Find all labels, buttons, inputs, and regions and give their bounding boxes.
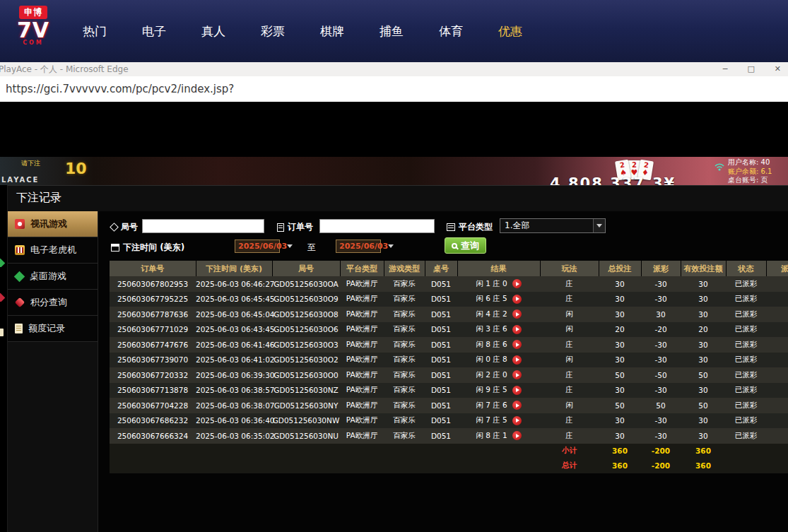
platform-type-select[interactable]: 1.全部 [500, 218, 606, 233]
replay-play-icon[interactable] [512, 416, 522, 425]
sidebar-item[interactable]: 电子老虎机 [8, 237, 98, 264]
result-wrap: 闲 7 庄 5 [457, 415, 540, 425]
maximize-button[interactable]: □ [747, 62, 754, 76]
subtotal-row-total-bet: 360 [599, 444, 641, 459]
column-header: 下注时间 (美东) [196, 261, 272, 276]
user-info-line: 用户名称: 40 [728, 158, 772, 167]
result-score: 闲 9 庄 5 [476, 385, 507, 395]
payout-cell: -20 [641, 322, 681, 338]
sidebar-item[interactable]: 积分查询 [8, 290, 98, 316]
platform-type-label: 平台类型 [447, 221, 493, 233]
table-row: 2506030676862322025-06-03 06:36:40GD0512… [110, 413, 788, 429]
table-row: 2506030677390702025-06-03 06:41:02GD0512… [110, 353, 788, 368]
game-type-cell: 百家乐 [384, 276, 425, 292]
payout-cell: -30 [641, 383, 681, 398]
nav-item-1[interactable]: 热门 [65, 23, 124, 40]
table-row: 2506030677876362025-06-03 06:45:04GD0512… [110, 307, 788, 322]
play-cell: 庄 [540, 337, 599, 353]
replay-play-icon[interactable] [512, 386, 522, 395]
result-score: 闲 7 庄 5 [476, 415, 507, 425]
nav-item-7[interactable]: 体育 [421, 23, 481, 40]
payout-time-cell [766, 337, 788, 353]
records-content: 局号 订单号 平台类型 1.全部 [98, 211, 788, 532]
table-no-cell: D051 [425, 307, 457, 322]
user-info-line: 桌台账号: 页 [728, 176, 772, 185]
replay-play-icon[interactable] [512, 340, 522, 349]
nav-item-8[interactable]: 优惠 [481, 23, 540, 40]
payout-time-cell [766, 307, 788, 322]
table-row: 2506030677952252025-06-03 06:45:45GD0512… [110, 292, 788, 307]
table-no-cell: D051 [425, 276, 457, 292]
table-row: 2506030677476762025-06-03 06:41:46GD0512… [110, 337, 788, 353]
game-type-cell: 百家乐 [384, 353, 425, 368]
result-cell-td: 闲 3 庄 6 [457, 322, 540, 338]
nav-item-4[interactable]: 彩票 [243, 23, 302, 40]
chevron-down-icon [596, 224, 602, 227]
result-cell-td: 闲 6 庄 5 [457, 292, 540, 307]
payout-cell: -30 [641, 292, 681, 307]
column-header: 结果 [457, 261, 540, 276]
replay-play-icon[interactable] [512, 431, 522, 440]
valid-bet-cell: 30 [681, 292, 726, 307]
empty-cell [766, 444, 788, 459]
minimize-button[interactable]: ─ [723, 62, 728, 76]
total-bet-cell: 20 [599, 322, 641, 338]
browser-titlebar: PlayAce - 个人 - Microsoft Edge ─ □ ✕ [0, 62, 788, 76]
round-id-cell: GD051256030O8 [272, 307, 340, 322]
sidebar-item[interactable]: 视讯游戏 [8, 211, 98, 237]
bet-prompt-label: 请下注 [21, 159, 40, 168]
total-bet-cell: 30 [599, 353, 641, 368]
sidebar: 视讯游戏电子老虎机桌面游戏积分查询额度记录 [8, 211, 98, 342]
replay-play-icon[interactable] [512, 401, 522, 410]
status-cell: 已派彩 [726, 292, 766, 307]
sidebar-item-label: 积分查询 [30, 296, 67, 309]
payout-time-cell [766, 292, 788, 307]
replay-play-icon[interactable] [512, 279, 522, 288]
valid-bet-cell: 30 [681, 276, 726, 292]
close-button[interactable]: ✕ [775, 62, 781, 76]
total-bet-cell: 50 [599, 367, 641, 383]
result-score: 闲 8 庄 6 [476, 340, 507, 350]
round-id-cell: GD051256030OA [272, 276, 340, 292]
nav-item-2[interactable]: 电子 [124, 23, 184, 40]
result-score: 闲 3 庄 6 [476, 324, 507, 334]
replay-play-icon[interactable] [512, 325, 522, 334]
nav-item-3[interactable]: 真人 [184, 23, 243, 40]
payout-time-cell [766, 367, 788, 383]
search-button[interactable]: 查询 [445, 237, 486, 254]
order-number-input[interactable] [319, 219, 435, 233]
address-bar[interactable]: https://gci.7vvvvvv.com/pc/pcv2/index.js… [0, 76, 788, 102]
sidebar-item[interactable]: 额度记录 [8, 316, 98, 342]
result-cell-td: 闲 0 庄 8 [457, 353, 540, 368]
result-wrap: 闲 7 庄 6 [457, 401, 540, 410]
date-to-select[interactable]: 2025/06/03 [336, 240, 381, 253]
round-number-input[interactable] [142, 219, 264, 233]
platform-cell: PA欧洲厅 [340, 276, 384, 292]
column-header: 状态 [726, 261, 766, 276]
valid-bet-cell: 50 [681, 367, 726, 383]
nav-item-5[interactable]: 棋牌 [302, 23, 362, 40]
order-id-cell: 250603067747676 [110, 337, 196, 353]
payout-cell: -30 [641, 276, 681, 292]
replay-play-icon[interactable] [512, 295, 522, 304]
round-id-cell: GD051256030NU [272, 428, 340, 444]
empty-cell [110, 459, 196, 473]
date-from-select[interactable]: 2025/06/03 [235, 240, 280, 253]
search-icon [452, 243, 457, 249]
bet-time-cell: 2025-06-03 06:35:02 [196, 428, 272, 444]
sidebar-item[interactable]: 桌面游戏 [8, 264, 98, 290]
table-no-cell: D051 [425, 428, 457, 444]
table-no-cell: D051 [425, 353, 457, 368]
replay-play-icon[interactable] [512, 370, 522, 379]
replay-play-icon[interactable] [512, 355, 522, 365]
round-id-cell: GD051256030O3 [272, 337, 340, 353]
table-no-cell: D051 [425, 383, 457, 398]
column-header: 有效投注额 [681, 261, 726, 276]
order-id-cell: 250603067787636 [110, 307, 196, 322]
site-logo[interactable]: 申博 7V COM [11, 4, 55, 46]
window-title: PlayAce - 个人 - Microsoft Edge [0, 62, 129, 76]
play-cell: 庄 [540, 428, 599, 444]
nav-item-6[interactable]: 捕鱼 [362, 23, 421, 40]
replay-play-icon[interactable] [512, 309, 522, 319]
round-id-cell: GD051256030O2 [272, 353, 340, 368]
